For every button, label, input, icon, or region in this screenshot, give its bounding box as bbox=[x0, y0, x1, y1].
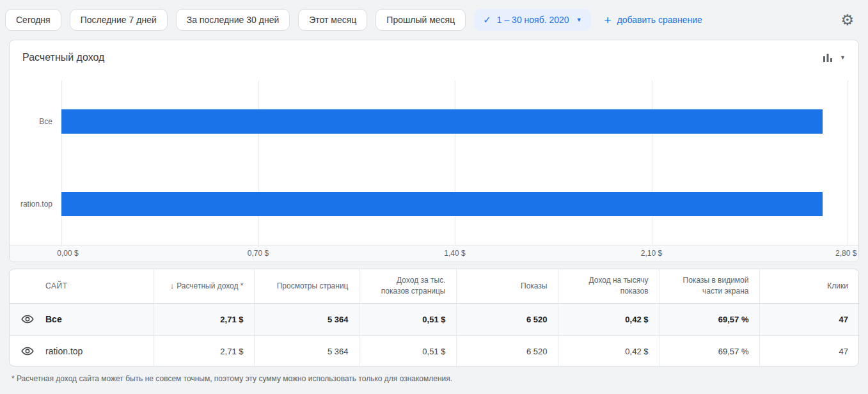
date-button-last-month[interactable]: Прошлый месяц bbox=[375, 9, 466, 31]
date-button-this-month[interactable]: Этот месяц bbox=[298, 9, 367, 31]
cell-viewable-impressions: 69,57 % bbox=[659, 335, 759, 366]
cell-page-views: 5 364 bbox=[254, 335, 359, 366]
column-header-estimated-income[interactable]: ↓Расчетный доход * bbox=[154, 269, 254, 303]
axis-tick: 2,10 $ bbox=[641, 246, 662, 262]
add-comparison-label: добавить сравнение bbox=[617, 15, 702, 25]
x-axis: 0,00 $ 0,70 $ 1,40 $ 2,10 $ 2,80 $ bbox=[10, 245, 858, 262]
estimated-income-disclaimer: * Расчетная доход сайта может быть не со… bbox=[12, 374, 856, 383]
cell-income-per-1000-page-views: 0,51 $ bbox=[359, 335, 456, 366]
sites-report-table: САЙТ ↓Расчетный доход * Просмотры страни… bbox=[10, 269, 858, 366]
bar-row-ration-top: ration.top bbox=[61, 163, 848, 246]
cell-impressions: 6 520 bbox=[456, 303, 558, 335]
cell-estimated-income: 2,71 $ bbox=[154, 335, 254, 366]
cell-income-per-1000-page-views: 0,51 $ bbox=[359, 303, 456, 335]
table-header-row: САЙТ ↓Расчетный доход * Просмотры страни… bbox=[10, 269, 858, 303]
cell-impressions: 6 520 bbox=[456, 335, 558, 366]
sort-descending-icon: ↓ bbox=[170, 281, 175, 290]
check-icon: ✓ bbox=[483, 14, 491, 26]
visibility-eye-icon[interactable] bbox=[21, 313, 34, 326]
bar-all-sites bbox=[61, 109, 823, 134]
chevron-down-icon: ▼ bbox=[840, 54, 846, 61]
date-button-last-7-days[interactable]: Последние 7 дней bbox=[70, 9, 168, 31]
cell-clicks: 47 bbox=[759, 303, 858, 335]
site-name: Все bbox=[45, 314, 62, 324]
column-header-income-per-1000-page-views[interactable]: Доход за тыс. показов страницы bbox=[359, 269, 456, 303]
selected-date-range-label: 1 – 30 нояб. 2020 bbox=[497, 15, 569, 25]
category-label: Все bbox=[9, 117, 52, 126]
chart-type-selector[interactable]: ▼ bbox=[822, 52, 846, 63]
axis-tick: 2,80 $ bbox=[835, 246, 856, 262]
sites-report-table-card: САЙТ ↓Расчетный доход * Просмотры страни… bbox=[9, 269, 859, 366]
cell-viewable-impressions: 69,57 % bbox=[659, 303, 759, 335]
date-range-toolbar: Сегодня Последние 7 дней За последние 30… bbox=[0, 0, 868, 40]
bar-ration-top bbox=[61, 192, 823, 216]
visibility-eye-icon[interactable] bbox=[21, 345, 34, 358]
estimated-income-chart-card: Расчетный доход ▼ Все ration.top 0,00 $ bbox=[9, 40, 859, 262]
bar-chart-plot-area: Все ration.top bbox=[61, 81, 848, 245]
add-comparison-button[interactable]: + добавить сравнение bbox=[604, 14, 702, 26]
bar-chart-icon bbox=[822, 52, 833, 63]
column-header-viewable-impressions[interactable]: Показы в видимой части экрана bbox=[659, 269, 759, 303]
plus-icon: + bbox=[604, 14, 612, 26]
chevron-down-icon: ▼ bbox=[576, 17, 582, 23]
cell-clicks: 47 bbox=[759, 335, 858, 366]
column-header-page-views[interactable]: Просмотры страниц bbox=[254, 269, 359, 303]
selected-date-range-chip[interactable]: ✓ 1 – 30 нояб. 2020 ▼ bbox=[474, 9, 590, 31]
cell-estimated-income: 2,71 $ bbox=[154, 303, 254, 335]
cell-income-per-1000-impressions: 0,42 $ bbox=[558, 303, 659, 335]
cell-income-per-1000-impressions: 0,42 $ bbox=[558, 335, 659, 366]
category-label: ration.top bbox=[9, 200, 52, 209]
table-row-all: Все 2,71 $ 5 364 0,51 $ 6 520 0,42 $ 69,… bbox=[10, 303, 858, 335]
chart-header: Расчетный доход ▼ bbox=[10, 40, 858, 63]
axis-tick: 0,70 $ bbox=[248, 246, 269, 262]
date-button-last-30-days[interactable]: За последние 30 дней bbox=[176, 9, 290, 31]
column-header-clicks[interactable]: Клики bbox=[759, 269, 858, 303]
column-header-income-per-1000-impressions[interactable]: Доход на тысячу показов bbox=[558, 269, 659, 303]
date-button-today[interactable]: Сегодня bbox=[5, 9, 61, 31]
table-row-ration-top: ration.top 2,71 $ 5 364 0,51 $ 6 520 0,4… bbox=[10, 335, 858, 366]
settings-gear-icon[interactable]: ⚙ bbox=[840, 13, 854, 28]
cell-page-views: 5 364 bbox=[254, 303, 359, 335]
column-header-site[interactable]: САЙТ bbox=[10, 269, 154, 303]
chart-title: Расчетный доход bbox=[22, 52, 104, 63]
column-header-label: Расчетный доход * bbox=[177, 281, 243, 290]
bar-row-all: Все bbox=[61, 81, 848, 163]
axis-tick: 0,00 $ bbox=[57, 246, 78, 262]
column-header-impressions[interactable]: Показы bbox=[456, 269, 558, 303]
site-name: ration.top bbox=[45, 346, 83, 356]
axis-tick: 1,40 $ bbox=[444, 246, 465, 262]
